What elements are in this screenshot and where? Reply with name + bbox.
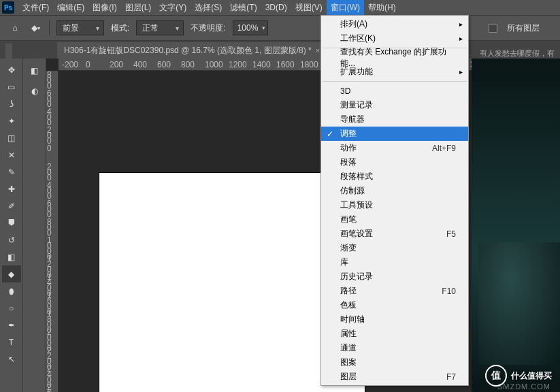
- menu-滤镜[interactable]: 滤镜(T): [226, 0, 261, 15]
- menu-item-3D[interactable]: 3D: [321, 84, 468, 98]
- menu-item-label: 图案: [340, 357, 357, 368]
- dodge-icon[interactable]: ○: [2, 299, 21, 316]
- menu-item-色板[interactable]: 色板: [321, 298, 468, 312]
- menu-item-label: 段落: [340, 157, 357, 168]
- menu-item-工作区(K)[interactable]: 工作区(K): [321, 31, 468, 46]
- healing-icon[interactable]: ✚: [2, 180, 21, 197]
- menu-item-库[interactable]: 库: [321, 255, 468, 270]
- ruler-tick: 0: [47, 146, 58, 151]
- menu-图层[interactable]: 图层(L): [121, 0, 156, 15]
- menu-item-属性[interactable]: 属性: [321, 327, 468, 341]
- menu-item-时间轴[interactable]: 时间轴: [321, 312, 468, 327]
- bucket-icon[interactable]: ◆: [2, 265, 21, 282]
- history-brush-icon[interactable]: ↺: [2, 231, 21, 248]
- menu-item-label: 测量记录: [340, 99, 373, 111]
- ruler-tick: 1800: [300, 60, 318, 69]
- frame-icon[interactable]: ✕: [2, 146, 21, 163]
- menu-item-label: 属性: [340, 328, 357, 340]
- pen-icon[interactable]: ✒: [2, 316, 21, 333]
- ruler-tick: 800: [47, 219, 58, 235]
- marquee-icon[interactable]: ▭: [2, 78, 21, 95]
- mode-select[interactable]: 正常: [136, 20, 184, 35]
- close-icon[interactable]: ×: [316, 46, 320, 54]
- ruler-tick: 800: [181, 60, 195, 69]
- all-layers-label: 所有图层: [507, 22, 540, 34]
- menu-shortcut: F5: [446, 229, 456, 239]
- home-icon[interactable]: ⌂: [8, 21, 22, 35]
- mode-label: 模式:: [111, 22, 129, 34]
- bucket-icon[interactable]: ◆▾: [29, 21, 42, 35]
- menu-item-段落[interactable]: 段落: [321, 155, 468, 169]
- menu-item-label: 动作: [340, 142, 357, 154]
- move-icon[interactable]: ✥: [2, 61, 21, 78]
- menu-item-label: 通道: [340, 342, 357, 354]
- document-tab[interactable]: H306-1有旋钮版DSC02390.psd @ 16.7% (选取颜色 1, …: [57, 42, 327, 59]
- vertical-ruler[interactable]: 8006004002000200400600800100012001400160…: [46, 71, 59, 392]
- panel-collapse-handle[interactable]: [5, 44, 12, 59]
- ruler-tick: 600: [157, 60, 171, 69]
- menu-item-label: 色板: [340, 299, 357, 311]
- opacity-input[interactable]: 100%: [233, 20, 269, 35]
- opacity-label: 不透明度:: [191, 22, 225, 34]
- blur-icon[interactable]: ⬮: [2, 282, 21, 299]
- menu-item-段落样式[interactable]: 段落样式: [321, 169, 468, 184]
- clone-stamp-icon[interactable]: ⛊: [2, 214, 21, 231]
- menu-item-图案[interactable]: 图案: [321, 355, 468, 370]
- menu-item-仿制源[interactable]: 仿制源: [321, 184, 468, 198]
- menu-编辑[interactable]: 编辑(E): [53, 0, 88, 15]
- menu-文字[interactable]: 文字(Y): [155, 0, 191, 15]
- menu-item-label: 历史记录: [340, 271, 373, 282]
- menu-shortcut: F10: [442, 287, 456, 296]
- menu-item-画笔[interactable]: 画笔: [321, 212, 468, 227]
- ruler-tick: 400: [47, 182, 58, 199]
- divider: [49, 20, 50, 35]
- menu-item-导航器[interactable]: 导航器: [321, 112, 468, 127]
- menu-选择[interactable]: 选择(S): [191, 0, 226, 15]
- eraser-icon[interactable]: ◧: [2, 248, 21, 265]
- document-tabs: H306-1有旋钮版DSC02390.psd @ 16.7% (选取颜色 1, …: [0, 41, 560, 59]
- ruler-tick: -200: [62, 60, 78, 69]
- foreground-select[interactable]: 前景: [56, 20, 104, 35]
- swatch-icon[interactable]: ◧: [27, 63, 43, 79]
- menu-item-排列(A)[interactable]: 排列(A): [321, 17, 468, 31]
- menu-item-label: 时间轴: [340, 314, 365, 325]
- color-wheel-icon[interactable]: ◐: [27, 83, 43, 99]
- menu-item-路径[interactable]: 路径F10: [321, 284, 468, 298]
- menu-separator: [323, 81, 467, 82]
- all-layers-checkbox[interactable]: [489, 24, 497, 33]
- magic-wand-icon[interactable]: ✦: [2, 112, 21, 129]
- menu-item-画笔设置[interactable]: 画笔设置F5: [321, 227, 468, 241]
- path-select-icon[interactable]: ↖: [2, 350, 21, 368]
- menu-item-通道[interactable]: 通道: [321, 341, 468, 355]
- right-content: [472, 59, 560, 392]
- lasso-icon[interactable]: ʖ: [2, 95, 21, 112]
- menu-item-label: 3D: [340, 86, 350, 96]
- menu-item-历史记录[interactable]: 历史记录: [321, 270, 468, 284]
- menu-窗口[interactable]: 窗口(W): [327, 0, 364, 15]
- menu-item-渐变[interactable]: 渐变: [321, 241, 468, 255]
- menu-视图[interactable]: 视图(V): [291, 0, 327, 15]
- type-icon[interactable]: T: [2, 333, 21, 350]
- ruler-tick: 200: [110, 60, 123, 69]
- menu-item-工具预设[interactable]: 工具预设: [321, 198, 468, 212]
- ruler-tick: 400: [133, 60, 147, 69]
- eyedropper-icon[interactable]: ✎: [2, 163, 21, 180]
- menu-item-测量记录[interactable]: 测量记录: [321, 98, 468, 112]
- menu-文件[interactable]: 文件(F): [18, 0, 53, 15]
- menu-item-扩展功能[interactable]: 扩展功能: [321, 65, 468, 79]
- menu-item-调整[interactable]: ✓调整: [321, 127, 468, 141]
- menu-item-label: 画笔: [340, 214, 357, 225]
- crop-icon[interactable]: ◫: [2, 129, 21, 146]
- menu-3d[interactable]: 3D(D): [261, 0, 291, 15]
- menu-item-label: 段落样式: [340, 171, 373, 182]
- menu-item-label: 路径: [340, 285, 357, 297]
- menu-item-动作[interactable]: 动作Alt+F9: [321, 141, 468, 155]
- tab-overflow-text: 有人发愁去哪度假，有: [480, 48, 555, 59]
- brush-icon[interactable]: ✐: [2, 197, 21, 214]
- menu-item-查找有关 Exchange 的扩展功能...[interactable]: 查找有关 Exchange 的扩展功能...: [321, 50, 468, 65]
- product-image: [478, 242, 560, 365]
- menu-帮助[interactable]: 帮助(H): [364, 0, 400, 15]
- menu-item-图层[interactable]: 图层F7: [321, 370, 468, 384]
- app-logo: Ps: [2, 1, 14, 14]
- menu-图像[interactable]: 图像(I): [88, 0, 120, 15]
